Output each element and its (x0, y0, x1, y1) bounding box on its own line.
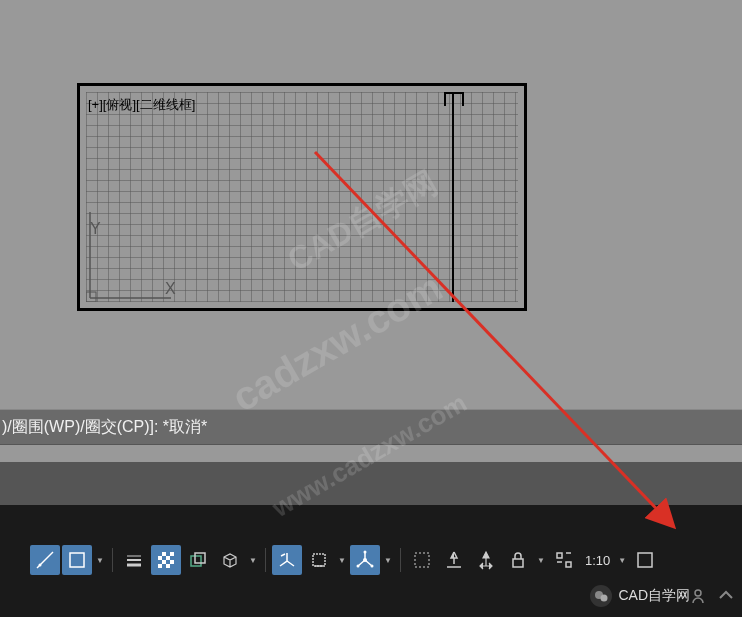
gizmo-button[interactable] (350, 545, 380, 575)
command-line[interactable]: )/圈围(WP)/圈交(CP)]: *取消* (0, 409, 742, 445)
quick-props-button[interactable] (549, 545, 579, 575)
dyn-ucs-button[interactable] (272, 545, 302, 575)
viewport-frame[interactable]: [+][俯视][二维线框] Y X (77, 83, 527, 311)
svg-rect-2 (86, 292, 96, 302)
osnap-button[interactable] (62, 545, 92, 575)
svg-rect-27 (638, 553, 652, 567)
svg-rect-18 (191, 556, 201, 566)
annotation-visibility-button[interactable] (407, 545, 437, 575)
svg-rect-10 (158, 552, 162, 556)
ucs-icon (86, 202, 176, 302)
svg-point-29 (601, 595, 608, 602)
svg-rect-26 (513, 559, 523, 567)
selection-filter-button[interactable] (304, 545, 334, 575)
drawn-line (452, 92, 454, 302)
svg-rect-12 (162, 556, 166, 560)
svg-rect-15 (166, 560, 170, 564)
lineweight-button[interactable] (119, 545, 149, 575)
separator (265, 548, 266, 572)
selection-cycling-button[interactable] (183, 545, 213, 575)
svg-rect-17 (170, 564, 174, 568)
svg-rect-13 (170, 556, 174, 560)
wechat-label: CAD自学网 (618, 587, 690, 605)
svg-rect-20 (313, 554, 325, 566)
svg-rect-25 (415, 553, 429, 567)
scale-display[interactable]: 1:10 (581, 553, 614, 568)
ucs-x-label: X (165, 280, 176, 298)
polar-tracking-button[interactable] (30, 545, 60, 575)
3d-osnap-dropdown[interactable]: ▼ (247, 545, 259, 575)
wechat-watermark: CAD自学网 (590, 585, 734, 607)
lock-ui-button[interactable] (503, 545, 533, 575)
viewport-corner-mark (444, 92, 464, 106)
transparency-button[interactable] (151, 545, 181, 575)
separator (400, 548, 401, 572)
svg-point-22 (357, 565, 360, 568)
svg-rect-16 (162, 564, 166, 568)
drawing-canvas[interactable]: [+][俯视][二维线框] Y X (0, 0, 742, 462)
autoscale-button[interactable] (439, 545, 469, 575)
separator (112, 548, 113, 572)
svg-rect-5 (70, 553, 84, 567)
svg-point-4 (39, 564, 42, 567)
user-icon (692, 588, 712, 604)
status-bar: ▼ ▼ ▼ ▼ (0, 538, 742, 617)
wechat-icon (590, 585, 612, 607)
svg-rect-19 (195, 553, 205, 563)
gizmo-dropdown[interactable]: ▼ (382, 545, 394, 575)
ucs-y-label: Y (90, 220, 101, 238)
svg-point-30 (695, 590, 701, 596)
expand-icon[interactable] (718, 589, 734, 603)
svg-point-23 (371, 565, 374, 568)
svg-point-24 (363, 558, 367, 562)
scale-dropdown[interactable]: ▼ (616, 545, 628, 575)
3d-osnap-button[interactable] (215, 545, 245, 575)
viewport-max-button[interactable] (630, 545, 660, 575)
osnap-dropdown[interactable]: ▼ (94, 545, 106, 575)
viewport-controls-label[interactable]: [+][俯视][二维线框] (88, 96, 195, 114)
svg-rect-14 (158, 560, 162, 564)
svg-rect-11 (166, 552, 170, 556)
annotation-scale-button[interactable] (471, 545, 501, 575)
filter-dropdown[interactable]: ▼ (336, 545, 348, 575)
command-text: )/圈围(WP)/圈交(CP)]: *取消* (2, 417, 207, 438)
lock-dropdown[interactable]: ▼ (535, 545, 547, 575)
svg-point-21 (364, 551, 367, 554)
